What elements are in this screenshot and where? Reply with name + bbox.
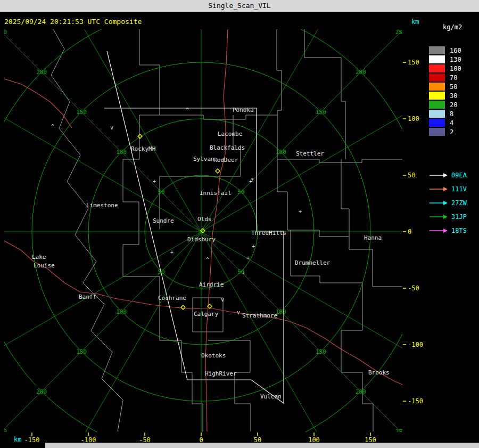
town-label: Olds: [197, 216, 212, 223]
town-label: Innisfail: [200, 190, 232, 197]
right-axis-tick-label: 50: [408, 172, 415, 179]
azimuth-spoke: [201, 232, 387, 448]
scan-sector-outline: [104, 51, 284, 403]
legend-color-swatch: [429, 119, 445, 127]
ring-distance-label: 200: [36, 69, 47, 76]
radar-site-marker: [181, 305, 185, 309]
legend-unit-title: kg/m2: [443, 23, 479, 31]
site-arrow-entry: 31JP: [429, 210, 479, 224]
town-label: Didsbury: [187, 236, 216, 243]
legend-color-swatch: [429, 92, 445, 100]
town-label: Sylvan: [193, 156, 214, 162]
town-marker-caret-up: ^: [206, 257, 209, 263]
azimuth-spoke: [201, 0, 387, 232]
legend-color-scale: 16013010070503020842: [429, 46, 479, 136]
legend-entry: 70: [429, 73, 479, 82]
legend-entry: 100: [429, 64, 479, 73]
town-label: Limestone: [86, 202, 118, 209]
radar-site-marker: [216, 169, 220, 173]
town-label: Louise: [34, 262, 55, 269]
town-label: Vulcan: [260, 393, 282, 400]
town-marker-caret-down: v: [221, 297, 224, 303]
town-label: Lacombe: [218, 131, 242, 137]
town-label: Ponoka: [233, 107, 254, 113]
ring-distance-label: 200: [36, 388, 47, 395]
town-label: Calgary: [194, 311, 219, 317]
town-label: Airdrie: [199, 281, 224, 288]
site-arrow-icon: [429, 186, 448, 192]
azimuth-spoke: [201, 232, 465, 448]
horizontal-scrollbar[interactable]: [45, 443, 479, 448]
window-title-bar[interactable]: Single_Scan_VIL: [0, 0, 479, 12]
site-arrow-label: 09EA: [451, 172, 467, 179]
map-layer: 5010015020025050100150200250501001502002…: [0, 0, 479, 448]
legend-value-label: 8: [450, 110, 453, 118]
town-label: Lake: [32, 254, 46, 260]
azimuth-spoke: [0, 232, 201, 448]
legend-value-label: 30: [450, 92, 457, 100]
legend-entry: 160: [429, 46, 479, 55]
legend-color-swatch: [429, 46, 445, 54]
town-label: Stettler: [296, 150, 324, 157]
legend-value-label: 2: [450, 128, 453, 136]
town-marker-plus: +: [242, 270, 245, 276]
ring-distance-label: 50: [158, 189, 164, 196]
scan-timestamp: 2025/09/24 20:21:53 UTC Composite: [4, 18, 142, 26]
county-boundary-line: [341, 159, 402, 287]
county-boundary-line: [341, 283, 373, 431]
right-axis-tick-label: 100: [408, 115, 419, 123]
vil-color-legend: kg/m2 16013010070503020842 09EA111V27ZW3…: [429, 23, 479, 238]
ring-distance-label: 150: [76, 109, 87, 116]
ring-distance-label: 100: [276, 149, 286, 156]
site-arrow-label: 27ZW: [451, 199, 467, 207]
legend-entry: 20: [429, 100, 479, 109]
town-label: HighRiver: [205, 370, 237, 377]
site-arrow-icon: [429, 227, 448, 234]
right-axis-tick-label: -100: [408, 341, 423, 348]
site-arrow-label: 18TS: [451, 227, 467, 234]
ring-distance-label: 100: [116, 308, 127, 315]
azimuth-spoke: [0, 0, 201, 232]
site-arrow-entry: 18TS: [429, 224, 479, 238]
bottom-axis-tick-label: -150: [24, 436, 40, 444]
town-marker-plus: +: [153, 178, 156, 184]
axis-unit-km-right: km: [411, 18, 419, 26]
town-label: RockyMH: [131, 145, 155, 152]
legend-value-label: 160: [450, 47, 461, 54]
town-marker-plus: +: [170, 249, 174, 255]
legend-value-label: 20: [450, 101, 457, 109]
legend-value-label: 4: [450, 119, 453, 127]
town-marker-plus: +: [299, 209, 302, 215]
legend-entry: 2: [429, 127, 479, 136]
highway-line: [4, 79, 72, 128]
town-marker-plus: +: [252, 243, 255, 249]
azimuth-spoke: [201, 0, 465, 232]
town-label: Blackfalds: [210, 144, 245, 151]
legend-entry: 130: [429, 55, 479, 64]
legend-color-swatch: [429, 128, 445, 136]
right-axis-tick-label: -50: [408, 284, 419, 292]
site-arrow-entry: 09EA: [429, 168, 479, 182]
site-arrow-icon: [429, 214, 448, 220]
county-boundary-line: [160, 115, 277, 119]
legend-color-swatch: [429, 64, 445, 72]
site-arrow-entry: 27ZW: [429, 196, 479, 210]
ring-distance-label: 150: [76, 348, 87, 355]
town-label: Banff: [79, 294, 96, 300]
town-label: Brooks: [368, 369, 390, 376]
radar-map-canvas[interactable]: 5010015020025050100150200250501001502002…: [0, 0, 479, 448]
axis-unit-km-bottom: km: [14, 436, 21, 443]
town-label: RedDeer: [213, 157, 238, 164]
range-ring: [0, 0, 479, 448]
legend-entry: 50: [429, 82, 479, 91]
legend-value-label: 50: [450, 83, 457, 91]
legend-color-swatch: [429, 110, 445, 118]
radar-app-window: 5010015020025050100150200250501001502002…: [0, 0, 479, 448]
legend-color-swatch: [429, 101, 445, 109]
county-boundary-line: [123, 202, 160, 297]
town-marker-asterisk: *: [251, 177, 254, 183]
right-axis-tick-label: 0: [408, 228, 411, 235]
legend-entry: 4: [429, 118, 479, 127]
town-marker-caret-up: ^: [51, 124, 54, 129]
town-marker-plus: +: [246, 255, 250, 261]
